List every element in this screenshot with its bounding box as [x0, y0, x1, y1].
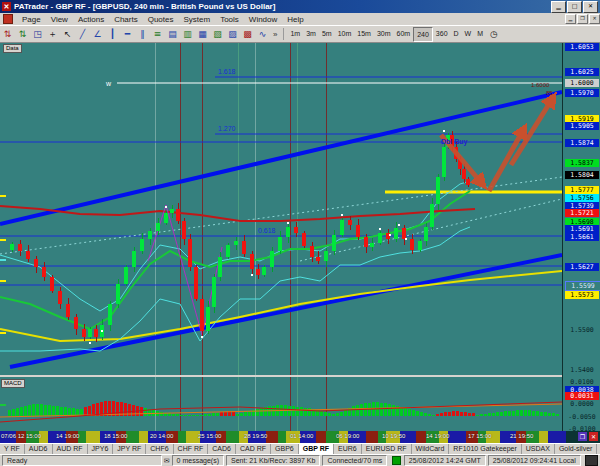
tab-jpy-rf[interactable]: JPY RF	[113, 444, 146, 454]
tab-eurusd-rf[interactable]: EURUSD RF	[362, 444, 412, 454]
timeframe-button-w[interactable]: W	[462, 27, 475, 42]
tab-chf-rf[interactable]: CHF RF	[174, 444, 209, 454]
child-close-icon[interactable]: ✕	[589, 14, 600, 24]
menu-charts[interactable]: Charts	[109, 15, 143, 24]
tab-gbp-rf[interactable]: GBP RF	[299, 444, 334, 454]
timeframe-button-15m[interactable]: 15m	[354, 27, 374, 42]
line-chart-icon[interactable]: ▧	[211, 28, 224, 41]
menu-quotes[interactable]: Quotes	[143, 15, 179, 24]
maximize-icon[interactable]: □	[567, 1, 582, 13]
minimize-icon[interactable]: ▁	[551, 1, 566, 13]
macd-bar	[288, 406, 291, 416]
vertical-line-icon[interactable]: ┃	[106, 28, 119, 41]
tab-gbp6[interactable]: GBP6	[271, 444, 299, 454]
pointer-icon[interactable]: ↖	[61, 28, 74, 41]
chart-area[interactable]: Data MACD	[0, 43, 600, 431]
candle	[66, 298, 70, 320]
tab-eur6[interactable]: EUR6	[334, 444, 362, 454]
green-ma-line	[0, 191, 470, 329]
menu-help[interactable]: Help	[282, 15, 308, 24]
macd-bar	[192, 415, 195, 416]
macd-bar	[20, 407, 23, 416]
timeframe-button-5m[interactable]: 5m	[319, 27, 335, 42]
candle	[58, 287, 62, 309]
timeframe-button-3m[interactable]: 3m	[303, 27, 319, 42]
clock-icon[interactable]: ◷	[490, 29, 498, 39]
macd-bar	[308, 408, 311, 416]
price-label: 1.5874	[565, 139, 599, 147]
trendline-icon[interactable]: ╱	[76, 28, 89, 41]
quotebar-close-icon[interactable]: ✕	[589, 432, 598, 441]
tab-usdax[interactable]: USDAX	[522, 444, 555, 454]
menu-actions[interactable]: Actions	[73, 15, 109, 24]
fib-retracement-icon[interactable]: ≡	[151, 28, 164, 41]
timeframe-button-240[interactable]: 240	[413, 27, 433, 42]
indicators-icon[interactable]: ∿	[256, 28, 269, 41]
menu-page[interactable]: Page	[17, 15, 46, 24]
pivot-dot	[164, 205, 167, 208]
status-tray-icon[interactable]	[585, 455, 598, 466]
tab-cad6[interactable]: CAD6	[208, 444, 236, 454]
macd-bar	[296, 407, 299, 416]
timeframe-button-360[interactable]: 360	[433, 27, 451, 42]
volume-icon[interactable]: ▩	[241, 28, 254, 41]
horizontal-line-icon[interactable]: ━	[121, 28, 134, 41]
candle	[324, 248, 328, 267]
close-icon[interactable]: ✕	[583, 1, 598, 13]
tab-rf1010-gatekeeper[interactable]: RF1010 Gatekeeper	[449, 444, 521, 454]
child-minimize-icon[interactable]: ▁	[565, 14, 576, 24]
menu-tools[interactable]: Tools	[215, 15, 244, 24]
candle	[410, 234, 414, 254]
timeframe-button-30m[interactable]: 30m	[374, 27, 394, 42]
tab-aud-rf[interactable]: AUD RF	[53, 444, 88, 454]
link-chart-icon[interactable]: ⇅	[1, 28, 14, 41]
menu-window[interactable]: Window	[244, 15, 282, 24]
candle	[466, 177, 470, 187]
tab-chf6[interactable]: CHF6	[146, 444, 173, 454]
price-label: 1.5970	[565, 89, 599, 97]
candle	[34, 256, 38, 273]
channel-icon[interactable]: ∥	[136, 28, 149, 41]
child-restore-icon[interactable]: ❐	[577, 14, 588, 24]
macd-bar	[496, 412, 499, 416]
quotebar-restore-icon[interactable]: ❐	[578, 432, 587, 441]
tab-gold-silver[interactable]: Gold-silver	[555, 444, 597, 454]
fib-fan-icon[interactable]: ▤	[166, 28, 179, 41]
price-label: 1.5837	[565, 159, 599, 167]
toolbar-overflow-icon[interactable]: »	[273, 30, 277, 39]
timeframe-button-10m[interactable]: 10m	[335, 27, 355, 42]
time-axis-label: 10 19:50	[382, 433, 405, 439]
messages-icon[interactable]: ✉	[164, 457, 170, 465]
macd-bar	[436, 414, 439, 416]
area-chart-icon[interactable]: ▨	[226, 28, 239, 41]
tab-jpy6[interactable]: JPY6	[88, 444, 114, 454]
crosshair-icon[interactable]: ＋	[46, 28, 59, 41]
new-chart-icon[interactable]: ◳	[31, 28, 44, 41]
bar-chart-icon[interactable]: ▥	[181, 28, 194, 41]
timeframe-button-d[interactable]: D	[451, 27, 462, 42]
candle-chart-icon[interactable]: ▦	[196, 28, 209, 41]
macd-bar	[68, 408, 71, 416]
data-tag[interactable]: Data	[3, 44, 22, 53]
price-scale[interactable]: 1.60531.60251.60001.59701.59191.59051.58…	[562, 43, 600, 431]
macd-tag[interactable]: MACD	[1, 379, 25, 388]
link-quotes-icon[interactable]: ⇅	[16, 28, 29, 41]
timeframe-button-1m[interactable]: 1m	[287, 27, 303, 42]
menu-system[interactable]: System	[178, 15, 215, 24]
tab-aud6[interactable]: AUD6	[25, 444, 53, 454]
tab-cad-rf[interactable]: CAD RF	[236, 444, 271, 454]
timeframe-button-m[interactable]: M	[474, 27, 486, 42]
menu-items: PageViewActionsChartsQuotesSystemToolsWi…	[17, 15, 309, 24]
macd-bar	[212, 413, 215, 416]
candle	[18, 240, 22, 256]
angle-line-icon[interactable]: ∠	[91, 28, 104, 41]
upper-blue-trendline[interactable]	[0, 92, 562, 224]
chart-canvas[interactable]: 1.618 1.270 0.618 Dbl Buy 1.6000 85 w	[0, 43, 562, 431]
tab-y-rf[interactable]: Y RF	[0, 444, 25, 454]
price-label: 1.5777	[565, 186, 599, 194]
menu-view[interactable]: View	[46, 15, 73, 24]
tool-icons: ⇅⇅◳＋↖╱∠┃━∥≡▤▥▦▧▨▩∿	[0, 28, 270, 41]
timeframe-button-60m[interactable]: 60m	[394, 27, 414, 42]
tab-wildcard[interactable]: WildCard	[412, 444, 450, 454]
time-axis: 07/06 12 15:0014 19:0018 15:0020 14:0025…	[0, 433, 562, 442]
